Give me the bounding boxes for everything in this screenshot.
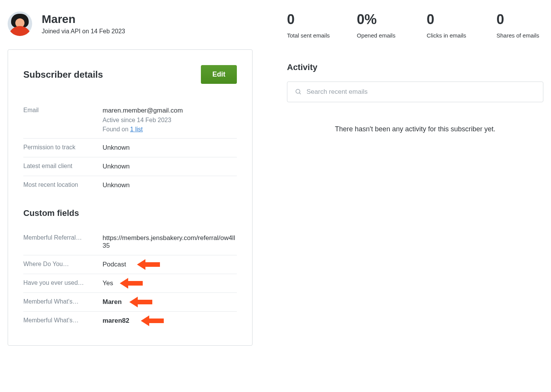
stat-block: 0%Opened emails [357, 11, 404, 39]
subscriber-details-title: Subscriber details [23, 69, 103, 80]
custom-field-row: Have you ever used…Yes [23, 274, 237, 293]
detail-label: Permission to track [23, 144, 103, 152]
custom-field-label: Memberful What's… [23, 317, 103, 325]
detail-value: Unknown [103, 163, 237, 170]
custom-field-value: Podcast [103, 261, 237, 268]
custom-field-value: https://members.jensbakery.com/referral/… [103, 234, 237, 250]
activity-search[interactable] [287, 82, 543, 102]
detail-row: Permission to trackUnknown [23, 139, 237, 157]
custom-field-label: Memberful What's… [23, 298, 103, 306]
detail-row: Most recent locationUnknown [23, 176, 237, 194]
stat-label: Total sent emails [287, 31, 334, 39]
stat-label: Shares of emails [497, 31, 544, 39]
stat-block: 0Total sent emails [287, 11, 334, 39]
detail-label: Latest email client [23, 163, 103, 170]
subscriber-name: Maren [42, 13, 125, 26]
detail-value: Unknown [103, 181, 237, 189]
activity-empty-text: There hasn't been any activity for this … [287, 125, 543, 133]
detail-row: Emailmaren.member@gmail.comActive since … [23, 101, 237, 139]
svg-line-5 [299, 93, 301, 94]
detail-value: Unknown [103, 144, 237, 152]
stat-number: 0 [287, 11, 334, 28]
search-icon [295, 88, 302, 95]
custom-field-value: Maren [103, 298, 237, 306]
custom-field-row: Where Do You…Podcast [23, 255, 237, 274]
subscriber-details-card: Subscriber details Edit Emailmaren.membe… [8, 49, 253, 346]
stat-label: Clicks in emails [427, 31, 474, 39]
custom-field-label: Where Do You… [23, 261, 103, 268]
svg-marker-2 [129, 297, 152, 307]
stat-block: 0Clicks in emails [427, 11, 474, 39]
custom-fields-title: Custom fields [23, 208, 237, 218]
detail-sub: Found on 1 list [103, 126, 237, 133]
svg-marker-1 [120, 278, 143, 289]
stat-label: Opened emails [357, 31, 404, 39]
svg-point-4 [296, 89, 300, 93]
edit-button[interactable]: Edit [201, 65, 237, 84]
detail-row: Latest email clientUnknown [23, 157, 237, 176]
activity-title: Activity [287, 62, 543, 72]
subscriber-joined: Joined via API on 14 Feb 2023 [42, 28, 125, 35]
detail-label: Most recent location [23, 181, 103, 189]
stat-number: 0 [427, 11, 474, 28]
activity-search-input[interactable] [306, 88, 535, 96]
custom-field-value: maren82 [103, 317, 237, 325]
svg-marker-0 [137, 259, 160, 270]
svg-marker-3 [141, 315, 164, 326]
annotation-arrow-icon [129, 297, 152, 307]
annotation-arrow-icon [137, 259, 160, 270]
detail-value: maren.member@gmail.comActive since 14 Fe… [103, 107, 237, 133]
avatar [8, 11, 32, 36]
annotation-arrow-icon [120, 278, 143, 289]
detail-label: Email [23, 107, 103, 133]
stat-number: 0% [357, 11, 404, 28]
custom-field-value: Yes [103, 279, 237, 287]
custom-field-row: Memberful What's…Maren [23, 293, 237, 312]
stat-number: 0 [497, 11, 544, 28]
custom-field-row: Memberful Referral…https://members.jensb… [23, 229, 237, 255]
detail-sub: Active since 14 Feb 2023 [103, 117, 237, 124]
found-on-link[interactable]: 1 list [130, 126, 143, 132]
custom-field-row: Memberful What's…maren82 [23, 312, 237, 330]
custom-field-label: Have you ever used… [23, 279, 103, 287]
custom-field-label: Memberful Referral… [23, 234, 103, 250]
stat-block: 0Shares of emails [497, 11, 544, 39]
annotation-arrow-icon [141, 315, 164, 326]
